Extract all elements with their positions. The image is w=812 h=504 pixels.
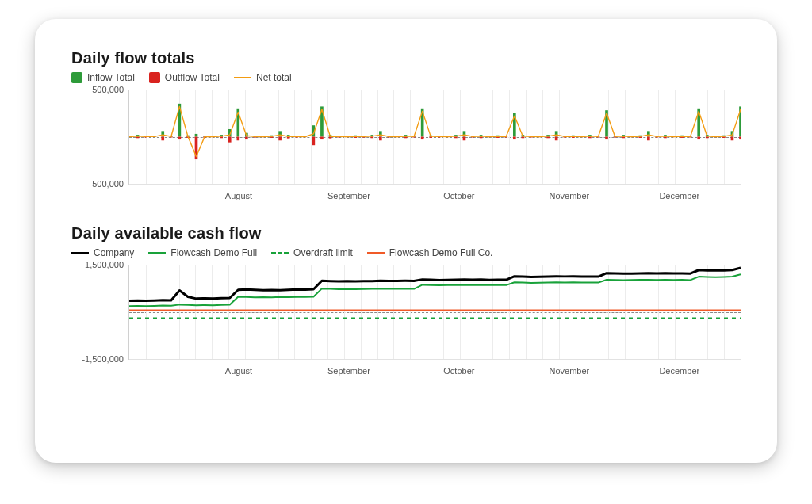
- svg-rect-50: [555, 131, 558, 136]
- svg-rect-114: [480, 137, 483, 139]
- svg-rect-86: [245, 137, 248, 140]
- svg-rect-111: [454, 137, 458, 139]
- y-tick-label: -500,000: [71, 179, 124, 189]
- line-icon: [234, 77, 251, 78]
- svg-rect-144: [731, 137, 734, 141]
- svg-rect-78: [178, 137, 182, 140]
- svg-rect-3: [161, 131, 164, 136]
- legend-inflow: Inflow Total: [71, 72, 135, 83]
- line-icon: [148, 252, 166, 254]
- svg-rect-136: [664, 137, 667, 139]
- x-tick-label: November: [549, 366, 589, 376]
- daily-available-cash-flow-chart: AugustSeptemberOctoberNovemberDecember -…: [71, 265, 741, 379]
- legend-net: Net total: [234, 72, 292, 83]
- square-icon: [71, 72, 82, 83]
- svg-rect-105: [404, 137, 408, 139]
- chart2-legend: Company Flowcash Demo Full Overdraft lim…: [71, 247, 741, 258]
- svg-rect-122: [546, 137, 550, 139]
- svg-rect-123: [555, 137, 558, 141]
- daily-flow-totals-chart: AugustSeptemberOctoberNovemberDecember -…: [71, 90, 741, 204]
- x-tick-label: August: [225, 366, 252, 376]
- svg-rect-140: [697, 137, 700, 140]
- x-tick-label: October: [443, 366, 474, 376]
- chart-svg: [129, 265, 741, 359]
- svg-rect-145: [739, 137, 741, 140]
- x-tick-label: October: [443, 191, 474, 200]
- svg-rect-118: [513, 137, 516, 140]
- svg-rect-83: [220, 137, 223, 139]
- gridline: [129, 359, 741, 360]
- chart-svg: [129, 90, 741, 184]
- svg-rect-101: [370, 137, 373, 139]
- svg-rect-129: [605, 137, 608, 140]
- y-tick-label: 1,500,000: [71, 260, 124, 269]
- svg-rect-90: [278, 137, 282, 141]
- svg-rect-29: [379, 131, 382, 136]
- chart2-title: Daily available cash flow: [71, 224, 741, 242]
- svg-rect-61: [647, 131, 650, 136]
- y-tick-label: 500,000: [71, 85, 124, 94]
- svg-rect-84: [228, 137, 232, 143]
- line-icon: [367, 252, 385, 254]
- svg-rect-134: [647, 137, 650, 141]
- x-tick-label: September: [327, 191, 370, 200]
- svg-rect-107: [421, 137, 424, 140]
- x-tick-label: December: [659, 366, 699, 376]
- legend-overdraft: Overdraft limit: [271, 247, 353, 258]
- chart1-title: Daily flow totals: [71, 49, 741, 67]
- svg-rect-76: [161, 137, 164, 141]
- legend-flowcash-full: Flowcash Demo Full: [148, 247, 257, 258]
- svg-rect-94: [312, 137, 316, 146]
- x-tick-label: December: [659, 191, 699, 200]
- x-tick-label: August: [225, 191, 252, 200]
- dashboard-card: Daily flow totals Inflow Total Outflow T…: [35, 19, 777, 463]
- dashed-line-icon: [271, 252, 289, 254]
- square-icon: [149, 72, 160, 83]
- svg-rect-7: [195, 134, 198, 137]
- svg-rect-102: [379, 137, 382, 141]
- svg-rect-119: [522, 137, 525, 139]
- y-tick-label: -1,500,000: [71, 354, 124, 364]
- svg-rect-73: [136, 137, 140, 139]
- svg-rect-85: [236, 137, 239, 141]
- svg-rect-141: [706, 137, 709, 139]
- svg-rect-39: [463, 131, 466, 136]
- gridline: [129, 184, 741, 185]
- legend-outflow: Outflow Total: [149, 72, 220, 83]
- chart1-legend: Inflow Total Outflow Total Net total: [71, 72, 741, 83]
- svg-rect-112: [463, 137, 466, 141]
- x-tick-label: September: [327, 366, 370, 376]
- line-icon: [71, 252, 89, 254]
- x-tick-label: November: [549, 191, 589, 200]
- svg-rect-131: [622, 137, 625, 139]
- svg-rect-17: [278, 131, 282, 136]
- svg-rect-127: [588, 137, 592, 139]
- legend-flowcash-co: Flowcash Demo Full Co.: [367, 247, 493, 258]
- svg-rect-95: [320, 137, 324, 140]
- legend-company: Company: [71, 247, 134, 258]
